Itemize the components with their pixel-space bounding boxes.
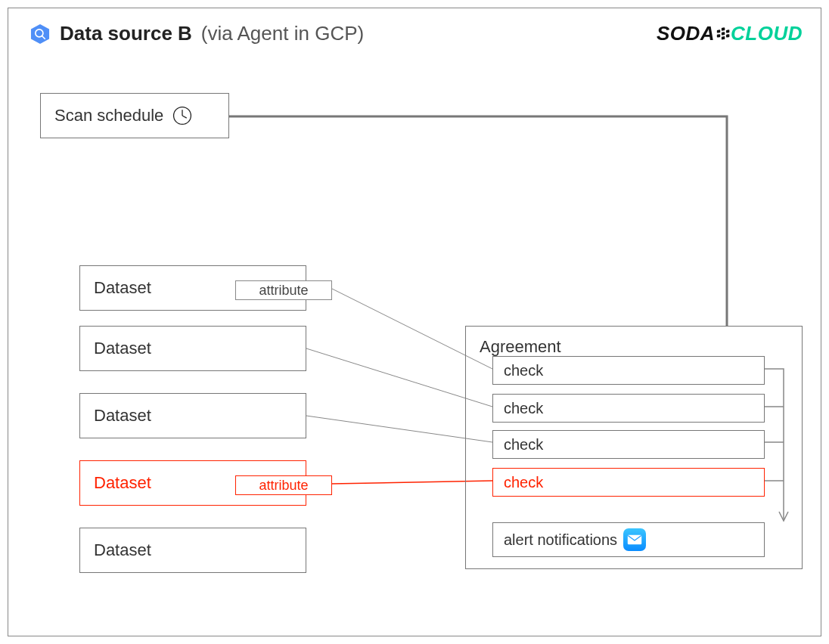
attribute-badge: attribute — [235, 280, 332, 300]
dataset-label: Dataset — [94, 473, 151, 493]
bigquery-icon — [29, 23, 51, 45]
svg-marker-5 — [31, 24, 49, 44]
alert-notifications-box: alert notifications — [492, 522, 765, 557]
dataset-box: Dataset — [79, 326, 306, 371]
attribute-badge-failed: attribute — [235, 475, 332, 495]
check-label: check — [504, 400, 543, 417]
check-box: check — [492, 356, 765, 385]
title-sub: (via Agent in GCP) — [201, 22, 364, 45]
header: Data source B (via Agent in GCP) — [29, 22, 364, 45]
scan-schedule-label: Scan schedule — [54, 106, 163, 125]
scan-schedule-box: Scan schedule — [40, 93, 229, 138]
dataset-box: Dataset — [79, 393, 306, 438]
brand-part2: CLOUD — [731, 22, 803, 45]
dataset-label: Dataset — [94, 339, 151, 358]
agreement-title: Agreement — [480, 337, 788, 357]
check-label: check — [504, 474, 543, 491]
brand-logo: SODA፨CLOUD — [657, 22, 803, 45]
svg-line-10 — [182, 116, 187, 118]
clock-icon — [172, 106, 192, 125]
brand-part1: SODA — [657, 22, 715, 45]
dataset-box: Dataset — [79, 528, 306, 573]
mail-icon — [623, 528, 646, 551]
title-bold: Data source B — [60, 22, 192, 45]
dataset-label: Dataset — [94, 540, 151, 560]
alert-label: alert notifications — [504, 531, 617, 549]
check-box: check — [492, 430, 765, 459]
check-box: check — [492, 394, 765, 423]
diagram-frame: Data source B (via Agent in GCP) SODA፨CL… — [8, 8, 821, 636]
check-label: check — [504, 436, 543, 454]
dataset-label: Dataset — [94, 406, 151, 426]
check-label: check — [504, 362, 543, 379]
dataset-label: Dataset — [94, 278, 151, 298]
check-box-failed: check — [492, 468, 765, 497]
